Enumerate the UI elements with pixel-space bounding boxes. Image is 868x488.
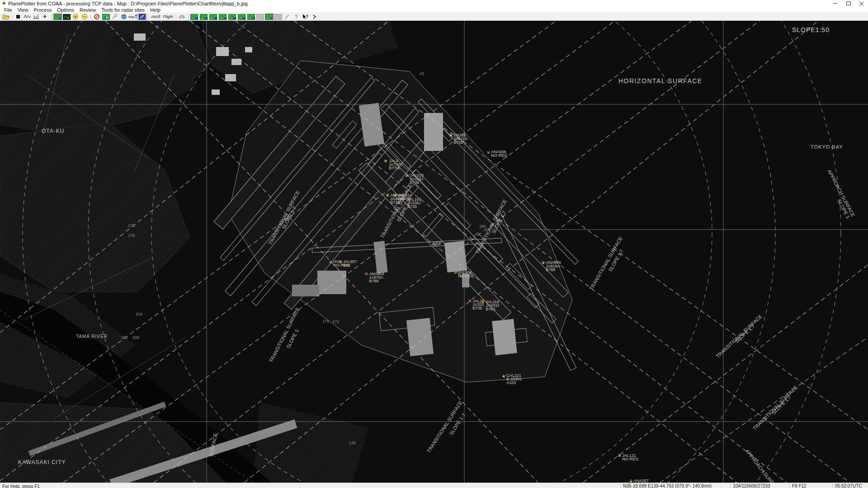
zoom-in-icon xyxy=(72,14,80,20)
zoom-out-icon xyxy=(81,14,89,20)
tools-disabled-button[interactable] xyxy=(110,14,119,20)
aircft-button[interactable]: Aircft xyxy=(150,14,162,20)
chart-preset-button-7[interactable]: 7 xyxy=(247,14,256,20)
chart-preset-button-2[interactable]: 2 xyxy=(199,14,208,20)
aircraft-icon: ✈ xyxy=(448,132,453,139)
binoculars-disabled-button[interactable] xyxy=(178,14,187,20)
aircraft-icon: ✈ xyxy=(628,479,633,483)
open-file-button[interactable] xyxy=(1,14,10,20)
aircraft-ana864[interactable]: ✈ANA864JA879AB789 xyxy=(364,272,384,283)
window-title: PlanePlotter from COAA - processing TCP … xyxy=(8,1,248,6)
aircraft-icon: ✈ xyxy=(485,149,491,155)
aircraft-view-button[interactable]: ✈ xyxy=(41,14,50,20)
chart-dark-icon xyxy=(63,14,71,20)
aircraft-ana566[interactable]: ✈ANA566NO-REG xyxy=(486,150,507,157)
chart-preset-number: 1 xyxy=(197,17,198,20)
chart-preset-button-1[interactable]: 1 xyxy=(190,14,199,20)
aircraft-jal9[interactable]: ✈JAL9JA740JB77W xyxy=(384,159,402,170)
svg-text:?: ? xyxy=(306,14,308,19)
globe-button[interactable] xyxy=(119,14,128,20)
aircraft-jal610[interactable]: ✈JAL610JA329JB738 xyxy=(405,174,424,184)
aircraft-ana678[interactable]: ✈ANA678JA819AB788 xyxy=(541,261,561,272)
menu-item-file[interactable]: File xyxy=(1,7,15,13)
message-list-icon xyxy=(33,14,40,20)
aircraft-jal118[interactable]: ✈JAL118JA603JB763 xyxy=(481,300,499,311)
svg-text:✈: ✈ xyxy=(42,14,47,20)
context-help-button[interactable]: ? xyxy=(301,14,310,20)
aircraft-label: ANA864JA879AB789 xyxy=(369,272,384,283)
aircraft-icon: ✈ xyxy=(616,453,623,459)
status-bar: For Help, press F1 N35-33.699 E139-44.76… xyxy=(0,483,868,488)
map-up-button[interactable]: Map xyxy=(128,14,137,20)
menu-item-view[interactable]: View xyxy=(15,7,31,13)
flight-label: Flight xyxy=(163,14,173,19)
chart-dark-button[interactable] xyxy=(62,14,71,20)
aircraft-label: JAL906NO-REG xyxy=(458,271,474,278)
menu-item-review[interactable]: Review xyxy=(77,7,99,13)
toolbar-separator xyxy=(89,14,92,20)
wrench-icon xyxy=(111,14,119,20)
message-list-button[interactable] xyxy=(32,14,41,20)
stop-button[interactable] xyxy=(14,14,23,20)
aircraft-cal221[interactable]: ✈CAL221B-18301A333 xyxy=(501,374,522,385)
no-entry-icon xyxy=(93,14,101,20)
chart-preset-number: 5 xyxy=(235,17,236,20)
status-utc-time: 05:52:07UTC xyxy=(832,483,868,488)
aircraft-jal957[interactable]: ✈JAL95750X xyxy=(338,260,357,267)
chart-preset-number: 6 xyxy=(244,17,246,20)
aircraft-ana257[interactable]: ✈ANA257 xyxy=(628,479,649,483)
maximize-icon xyxy=(846,1,851,5)
help-button[interactable]: ? xyxy=(292,14,301,20)
chart-select-button[interactable] xyxy=(53,14,62,20)
menu-item-options[interactable]: Options xyxy=(54,7,77,13)
draw-disabled-button[interactable] xyxy=(283,14,292,20)
chart-disabled-button-2[interactable] xyxy=(274,14,283,20)
maximize-button[interactable] xyxy=(842,0,855,7)
chart-preset-group: 1234567 xyxy=(190,14,256,20)
title-bar: ✈ PlanePlotter from COAA - processing TC… xyxy=(0,0,868,7)
chart-edit-button[interactable] xyxy=(137,14,146,20)
aircraft-jal165[interactable]: JAL165JA336JB738 xyxy=(407,197,421,208)
chart-preset-number: 4 xyxy=(225,17,227,20)
status-function-keys: F9 F12 xyxy=(789,483,832,488)
aircraft-icon: ✈ xyxy=(404,173,410,178)
menu-item-help[interactable]: Help xyxy=(147,7,163,13)
close-button[interactable] xyxy=(855,0,868,7)
menu-item-tools-for-radar-sites[interactable]: Tools for radar sites xyxy=(99,7,147,13)
chart-preset-button-6[interactable]: 6 xyxy=(237,14,246,20)
chart-preset-button-3[interactable]: 3 xyxy=(209,14,218,20)
signal-trace-icon xyxy=(24,14,31,20)
aircraft-icon: ✈ xyxy=(337,259,343,265)
aircraft-jal906[interactable]: ✈JAL906NO-REG xyxy=(453,271,474,278)
binoculars-icon xyxy=(178,14,186,20)
help-icon: ? xyxy=(292,14,300,20)
aircraft-jal121[interactable]: ✈JAL121NO-REG xyxy=(617,454,638,461)
aircraft-label: ANA257 xyxy=(633,479,649,483)
zoom-out-button[interactable] xyxy=(80,14,89,20)
chart-preset-button-4[interactable]: 4 xyxy=(218,14,227,20)
stop-icon xyxy=(14,14,22,20)
map-canvas[interactable]: SLOPE1:50HORIZONTAL SURFACETOKYO BAYOTA-… xyxy=(0,21,868,483)
chart-preset-button-5[interactable]: 5 xyxy=(228,14,237,20)
aircraft-label: CAL221B-18301A333 xyxy=(506,374,522,385)
menu-item-process[interactable]: Process xyxy=(31,7,54,13)
zoom-in-button[interactable] xyxy=(71,14,80,20)
minimize-button[interactable] xyxy=(829,0,842,7)
no-entry-button[interactable] xyxy=(92,14,101,20)
aircraft-label: SNJ16JA811XB738 xyxy=(453,133,467,144)
chart-disabled-button[interactable] xyxy=(256,14,265,20)
aircraft-label: JAL118JA603JB763 xyxy=(486,300,499,311)
aircraft-icon: ✈ xyxy=(363,271,369,277)
chart-active-button[interactable] xyxy=(265,14,274,20)
yacht-mode-button[interactable] xyxy=(101,14,110,20)
signal-trace-button[interactable] xyxy=(23,14,32,20)
aircraft-label: JAL9JA740JB77W xyxy=(389,159,402,170)
flight-button[interactable]: Flight xyxy=(162,14,175,20)
more-buttons-chevron[interactable] xyxy=(310,14,319,20)
aircraft-icon: ✈ xyxy=(383,158,389,164)
toolbar-separator xyxy=(10,14,14,20)
aircraft-snj16[interactable]: ✈SNJ16JA811XB738 xyxy=(448,133,467,144)
aircraft-icon: ✈ xyxy=(327,259,333,265)
toolbar-separator xyxy=(175,14,178,20)
aircraft-icon: ✈ xyxy=(42,14,49,20)
